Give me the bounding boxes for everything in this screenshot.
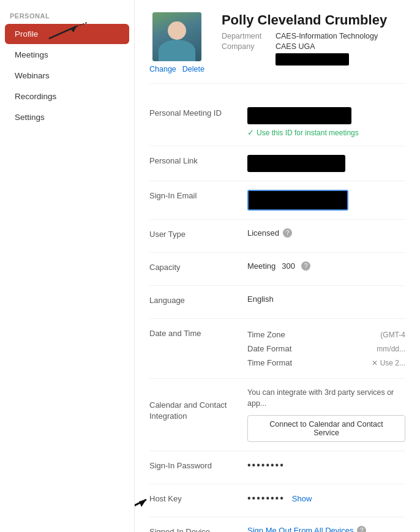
timezone-value: (GMT-4 bbox=[380, 331, 405, 339]
sidebar-item-label: Recordings bbox=[15, 92, 56, 101]
host-key-show-link[interactable]: Show bbox=[292, 494, 312, 503]
instant-meeting-hint: ✓ Use this ID for instant meetings bbox=[247, 128, 405, 137]
connect-calendar-button[interactable]: Connect to Calendar and Contact Service bbox=[247, 415, 405, 442]
personal-meeting-id-row: Personal Meeting ID ✓ Use this ID for in… bbox=[149, 99, 405, 146]
profile-department-row: Department CAES-Information Technology bbox=[222, 32, 405, 40]
svg-line-3 bbox=[135, 500, 146, 515]
sidebar-item-label: Profile bbox=[15, 29, 38, 39]
password-dots: •••••••• bbox=[247, 460, 285, 470]
calendar-description: You can integrate with 3rd party service… bbox=[247, 388, 405, 409]
svg-marker-1 bbox=[70, 26, 77, 32]
user-type-info-icon[interactable]: ? bbox=[283, 228, 292, 238]
host-key-dots: •••••••• bbox=[247, 493, 285, 504]
capacity-meeting-label: Meeting bbox=[247, 261, 276, 271]
svg-marker-4 bbox=[139, 500, 146, 507]
date-time-label: Date and Time bbox=[149, 328, 247, 338]
capacity-info-icon[interactable]: ? bbox=[301, 261, 310, 271]
sidebar-item-meetings[interactable]: Meetings bbox=[5, 45, 129, 65]
user-type-row: User Type Licensed ? bbox=[149, 220, 405, 253]
date-time-value: Time Zone (GMT-4 Date Format mm/dd... Ti… bbox=[247, 328, 405, 370]
main-content: Change Delete Polly Cleveland Crumbley D… bbox=[135, 0, 420, 532]
profile-info: Polly Cleveland Crumbley Department CAES… bbox=[222, 12, 405, 66]
date-format-value: mm/dd... bbox=[377, 345, 405, 353]
sign-in-password-value: •••••••• bbox=[247, 460, 405, 471]
avatar-delete-link[interactable]: Delete bbox=[182, 65, 204, 73]
timezone-label: Time Zone bbox=[247, 330, 309, 339]
user-type-value: Licensed ? bbox=[247, 228, 405, 238]
company-label: Company bbox=[222, 42, 271, 51]
avatar-section: Change Delete bbox=[149, 12, 204, 73]
personal-link-label: Personal Link bbox=[149, 155, 247, 165]
capacity-value: Meeting 300 ? bbox=[247, 261, 405, 271]
time-format-value: ✕ Use 2... bbox=[372, 359, 405, 367]
sidebar: PERSONAL Profile Meetings Webinars Recor… bbox=[0, 0, 135, 532]
capacity-row: Capacity Meeting 300 ? bbox=[149, 253, 405, 286]
avatar bbox=[152, 12, 201, 61]
personal-meeting-id-label: Personal Meeting ID bbox=[149, 107, 247, 118]
sign-in-email-value bbox=[247, 190, 405, 211]
sign-in-email-row: Sign-In Email bbox=[149, 181, 405, 220]
sidebar-section-label: PERSONAL bbox=[0, 7, 134, 23]
personal-link-redacted bbox=[247, 155, 345, 172]
sign-out-link[interactable]: Sign Me Out From All Devices bbox=[247, 526, 353, 532]
sign-in-email-label: Sign-In Email bbox=[149, 190, 247, 200]
sign-in-password-row: Sign-In Password •••••••• bbox=[149, 451, 405, 484]
avatar-change-link[interactable]: Change bbox=[149, 65, 176, 73]
personal-link-row: Personal Link bbox=[149, 146, 405, 181]
avatar-actions: Change Delete bbox=[149, 65, 204, 73]
user-type-label: User Type bbox=[149, 228, 247, 239]
company-value: CAES UGA bbox=[276, 42, 315, 51]
department-label: Department bbox=[222, 32, 271, 40]
time-format-label: Time Format bbox=[247, 358, 309, 367]
sidebar-item-label: Meetings bbox=[15, 50, 48, 59]
sidebar-item-label: Settings bbox=[15, 113, 45, 122]
company-bar-redacted bbox=[276, 53, 349, 66]
user-type-text: Licensed bbox=[247, 228, 279, 238]
sidebar-item-label: Webinars bbox=[15, 71, 50, 80]
capacity-label: Capacity bbox=[149, 261, 247, 272]
cursor-arrow-icon bbox=[43, 20, 92, 45]
personal-link-value bbox=[247, 155, 405, 172]
calendar-value: You can integrate with 3rd party service… bbox=[247, 388, 405, 442]
sign-in-password-label: Sign-In Password bbox=[149, 460, 247, 470]
personal-meeting-id-value: ✓ Use this ID for instant meetings bbox=[247, 107, 405, 137]
sidebar-item-settings[interactable]: Settings bbox=[5, 107, 129, 127]
host-key-row: Host Key •••••••• Show bbox=[149, 484, 405, 517]
language-value: English bbox=[247, 294, 405, 304]
check-icon: ✓ bbox=[247, 128, 254, 137]
signed-in-device-label: Signed-In Device bbox=[149, 526, 247, 532]
host-key-value: •••••••• Show bbox=[247, 493, 405, 504]
host-key-label: Host Key bbox=[149, 493, 247, 503]
meeting-id-redacted bbox=[247, 107, 351, 124]
calendar-label: Calendar and Contact Integration bbox=[149, 388, 247, 422]
calendar-row: Calendar and Contact Integration You can… bbox=[149, 379, 405, 451]
profile-name: Polly Cleveland Crumbley bbox=[222, 12, 405, 28]
signed-device-info-icon[interactable]: ? bbox=[357, 526, 366, 532]
signed-in-device-value: Sign Me Out From All Devices ? bbox=[247, 526, 405, 532]
profile-header: Change Delete Polly Cleveland Crumbley D… bbox=[149, 12, 405, 84]
svg-line-0 bbox=[49, 26, 77, 39]
date-format-label: Date Format bbox=[247, 344, 309, 353]
date-time-row: Date and Time Time Zone (GMT-4 Date Form… bbox=[149, 319, 405, 379]
sidebar-item-webinars[interactable]: Webinars bbox=[5, 66, 129, 86]
sidebar-item-recordings[interactable]: Recordings bbox=[5, 86, 129, 107]
department-value: CAES-Information Technology bbox=[276, 32, 378, 40]
sidebar-item-profile[interactable]: Profile bbox=[5, 24, 129, 44]
capacity-number: 300 bbox=[282, 261, 295, 271]
language-row: Language English bbox=[149, 286, 405, 319]
email-redacted bbox=[247, 190, 348, 211]
signed-in-device-row: Signed-In Device Sign Me Out From All De… bbox=[149, 517, 405, 532]
language-label: Language bbox=[149, 294, 247, 305]
profile-company-row: Company CAES UGA bbox=[222, 42, 405, 51]
